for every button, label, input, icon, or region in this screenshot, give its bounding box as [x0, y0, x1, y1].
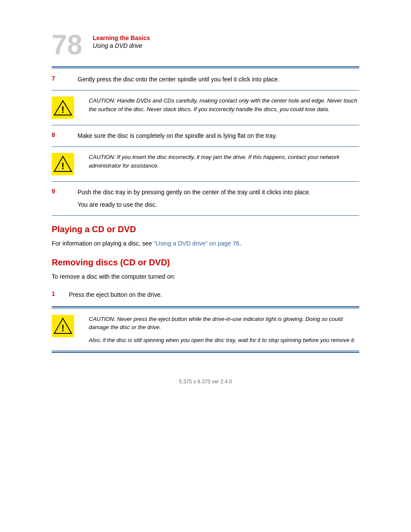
- step-row-7: 7 Gently press the disc onto the center …: [52, 69, 359, 90]
- caution-text-3: CAUTION: Never press the eject button wh…: [89, 315, 359, 332]
- playing-end: .: [240, 240, 241, 247]
- caution-text-4: Also, if the disc is still spinning when…: [89, 336, 359, 345]
- step-number-7: 7: [52, 75, 78, 82]
- caution3-top-divider: [52, 306, 359, 308]
- you-are-ready-text: You are ready to use the disc.: [78, 200, 359, 209]
- svg-text:!: !: [61, 323, 64, 333]
- caution-row-3: ! CAUTION: Never press the eject button …: [52, 309, 359, 345]
- removing-step-content-1: Press the eject button on the drive.: [69, 290, 359, 299]
- caution-icon-2: !: [52, 153, 82, 175]
- caution-text-2: CAUTION: If you insert the disc incorrec…: [89, 153, 359, 170]
- svg-text:!: !: [61, 161, 64, 171]
- removing-intro-text: To remove a disc with the computer turne…: [52, 272, 359, 281]
- warning-triangle-icon-3: !: [52, 315, 74, 337]
- step-content-7: Gently press the disc onto the center sp…: [78, 75, 359, 84]
- step-content-8: Make sure the disc is completely on the …: [78, 131, 359, 140]
- step9-divider: [52, 215, 359, 216]
- caution-icon-3: !: [52, 315, 82, 337]
- warning-triangle-icon-1: !: [52, 96, 74, 119]
- removing-section-heading: Removing discs (CD or DVD): [52, 258, 359, 268]
- playing-section-heading: Playing a CD or DVD: [52, 224, 359, 234]
- playing-section-body: For information on playing a disc, see "…: [52, 239, 359, 248]
- step-content-9: Push the disc tray in by pressing gently…: [78, 188, 359, 197]
- caution-text-1: CAUTION: Handle DVDs and CDs carefully, …: [89, 96, 359, 113]
- page-header: 78 Learning the Basics Using a DVD drive: [52, 34, 359, 59]
- svg-text:!: !: [61, 104, 64, 115]
- removing-step-number-1: 1: [52, 290, 69, 297]
- removing-step-row-1: 1 Press the eject button on the drive.: [52, 286, 359, 304]
- page-container: 78 Learning the Basics Using a DVD drive…: [0, 0, 411, 532]
- warning-triangle-icon-2: !: [52, 153, 74, 175]
- section-subtitle: Using a DVD drive: [93, 42, 150, 49]
- header-text: Learning the Basics Using a DVD drive: [93, 34, 150, 49]
- header-divider-thick: [52, 66, 359, 68]
- page-number: 78: [52, 31, 82, 59]
- caution-row-1: ! CAUTION: Handle DVDs and CDs carefully…: [52, 90, 359, 125]
- playing-link[interactable]: "Using a DVD drive" on page 76: [154, 240, 240, 247]
- caution-row-2: ! CAUTION: If you insert the disc incorr…: [52, 147, 359, 182]
- step-number-9: 9: [52, 188, 78, 195]
- step-row-9: 9 Push the disc tray in by pressing gent…: [52, 182, 359, 199]
- chapter-title: Learning the Basics: [93, 34, 150, 41]
- caution3-bottom-divider: [52, 350, 359, 351]
- caution-icon-1: !: [52, 96, 82, 119]
- playing-body-text: For information on playing a disc, see: [52, 240, 154, 247]
- step-number-8: 8: [52, 131, 78, 138]
- caution3-bottom-divider2: [52, 352, 359, 353]
- step-row-8: 8 Make sure the disc is completely on th…: [52, 125, 359, 147]
- page-footer: 5.375 x 8.375 ver 2.4.0: [52, 379, 359, 385]
